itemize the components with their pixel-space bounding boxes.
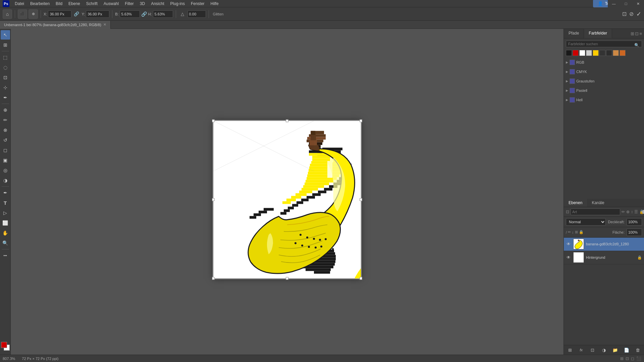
menu-ebene[interactable]: Ebene	[66, 1, 83, 7]
lock-image-icon[interactable]: ✏	[568, 230, 571, 234]
menu-plugins[interactable]: Plug-ins	[168, 1, 187, 7]
layer-background[interactable]: 👁 Hintergrund 🔒	[564, 251, 644, 264]
swatch-black[interactable]	[566, 50, 572, 56]
menu-bild[interactable]: Bild	[53, 1, 65, 7]
lasso-tool[interactable]: ◌	[1, 63, 10, 72]
foreground-color-swatch[interactable]	[1, 342, 7, 348]
lock-all-icon[interactable]: 🔒	[579, 230, 584, 234]
angle-input[interactable]	[187, 10, 206, 18]
layers-filter-icon1[interactable]: ✏	[622, 209, 625, 214]
delete-layer-button[interactable]: 🗑	[635, 347, 641, 353]
reference-point-button[interactable]: ⊕	[29, 9, 38, 19]
menu-fenster[interactable]: Fenster	[188, 1, 207, 7]
crop-tool[interactable]: ⊹	[1, 83, 10, 92]
layers-filter-icon3[interactable]: ↕	[631, 209, 633, 214]
swatch-orange[interactable]	[613, 50, 619, 56]
link-xy-button[interactable]: 🔗	[73, 10, 80, 18]
swatch-group-graustufen-header[interactable]: ▶ Graustufen	[566, 77, 642, 85]
foreground-background-colors[interactable]	[1, 342, 10, 351]
eraser-tool[interactable]: ◻	[1, 145, 10, 155]
layer-mode-select[interactable]: Normal	[566, 218, 606, 226]
panel-icon3[interactable]: ≡	[639, 31, 642, 36]
zoom-tool[interactable]: 🔍	[1, 238, 10, 248]
maximize-button[interactable]: □	[620, 0, 632, 7]
fill-input[interactable]	[627, 229, 642, 236]
x-input[interactable]	[48, 10, 71, 18]
confirm-transform-button[interactable]: ✓	[636, 10, 641, 18]
menu-3d[interactable]: 3D	[137, 1, 148, 7]
menu-filter[interactable]: Filter	[122, 1, 137, 7]
dodge-tool[interactable]: ◑	[1, 176, 10, 185]
layers-filter-icon2[interactable]: ⊕	[626, 209, 630, 214]
layers-filter-icon4[interactable]: ☰	[634, 209, 638, 214]
new-layer-button[interactable]: 📄	[623, 347, 630, 353]
farbfelder-search[interactable]	[566, 41, 642, 47]
brush-tool[interactable]: ✏	[1, 115, 10, 125]
marquee-tool[interactable]: ⬚	[1, 53, 10, 62]
object-select-tool[interactable]: ⊡	[1, 73, 10, 82]
opacity-input[interactable]	[627, 218, 642, 226]
document-tab[interactable]: Unbenannt-1 bei 807% (banana-gd83cfc2d9_…	[0, 21, 111, 29]
lock-artboard-icon[interactable]: ⊞	[575, 230, 578, 234]
gradient-tool[interactable]: ▣	[1, 156, 10, 165]
type-tool[interactable]: T	[1, 198, 10, 207]
status-bar-icon4[interactable]: ⬛	[636, 356, 641, 361]
swatch-darkorange[interactable]	[620, 50, 626, 56]
fx-button[interactable]: fx	[578, 347, 585, 353]
layer-visibility-background[interactable]: 👁	[566, 255, 571, 260]
eyedropper-tool[interactable]: ✒	[1, 93, 10, 102]
panel-icon1[interactable]: ⊞	[631, 31, 634, 36]
toolbar-extra-icon1[interactable]: ⊡	[622, 11, 627, 17]
swatch-yellow[interactable]	[593, 50, 599, 56]
tab-ebenen[interactable]: Ebenen	[564, 199, 587, 207]
swatch-white[interactable]	[579, 50, 585, 56]
artboard-tool[interactable]: ⊞	[1, 40, 10, 50]
tab-kanaele[interactable]: Kanäle	[587, 199, 609, 207]
status-bar-icon1[interactable]: ⊞	[620, 356, 624, 361]
h-input[interactable]	[153, 10, 173, 18]
layer-banana[interactable]: 👁 banana-gd83cfc2d9_1280	[564, 238, 644, 251]
menu-schrift[interactable]: Schrift	[84, 1, 100, 7]
shape-tool[interactable]: ⬜	[1, 218, 10, 228]
tab-close-button[interactable]: ✕	[103, 22, 106, 27]
panel-icon2[interactable]: ⊡	[635, 31, 639, 36]
swatch-darkgray[interactable]	[599, 50, 605, 56]
adjustment-button[interactable]: ◑	[600, 347, 607, 353]
close-button[interactable]: ✕	[632, 0, 644, 7]
blur-tool[interactable]: ◎	[1, 166, 10, 175]
pen-tool[interactable]: ✒	[1, 188, 10, 197]
menu-ansicht[interactable]: Ansicht	[148, 1, 167, 7]
menu-auswahl[interactable]: Auswahl	[101, 1, 121, 7]
w-input[interactable]	[120, 10, 140, 18]
swatch-group-rgb-header[interactable]: ▶ RGB	[566, 59, 642, 66]
y-input[interactable]	[86, 10, 109, 18]
menu-datei[interactable]: Datei	[12, 1, 27, 7]
stamp-tool[interactable]: ⊗	[1, 125, 10, 135]
move-tool[interactable]: ↖	[1, 30, 10, 40]
mask-button[interactable]: ⊡	[589, 347, 596, 353]
add-group-button[interactable]: ⊞	[567, 347, 573, 353]
swatch-lightgray[interactable]	[586, 50, 592, 56]
tab-pfade[interactable]: Pfade	[564, 29, 584, 38]
swatch-verydark[interactable]	[606, 50, 612, 56]
healing-brush-tool[interactable]: ⊕	[1, 105, 10, 115]
layers-search-input[interactable]	[571, 208, 620, 215]
lock-transparent-icon[interactable]: /	[566, 230, 567, 234]
swatch-red[interactable]	[573, 50, 579, 56]
extra-tools-button[interactable]: •••	[1, 251, 10, 260]
status-bar-icon2[interactable]: ⊡	[626, 356, 629, 361]
chain-wh-button[interactable]: 🔗	[141, 11, 147, 17]
path-select-tool[interactable]: ▷	[1, 208, 10, 218]
swatch-group-hell-header[interactable]: ▶ Hell	[566, 96, 642, 104]
menu-hilfe[interactable]: Hilfe	[208, 1, 221, 7]
hand-tool[interactable]: ✋	[1, 228, 10, 238]
tab-farbfelder[interactable]: Farbfelder	[584, 29, 612, 38]
swatch-group-pastell-header[interactable]: ▶ Pastell	[566, 87, 642, 94]
minimize-button[interactable]: —	[608, 0, 620, 7]
new-group-button[interactable]: 📁	[612, 347, 619, 353]
home-button[interactable]: ⌂	[3, 9, 12, 19]
status-bar-icon3[interactable]: ◻	[631, 356, 634, 361]
swatch-group-cmyk-header[interactable]: ▶ CMYK	[566, 68, 642, 75]
lock-position-icon[interactable]: ↕	[572, 230, 574, 234]
layer-visibility-banana[interactable]: 👁	[566, 241, 571, 247]
